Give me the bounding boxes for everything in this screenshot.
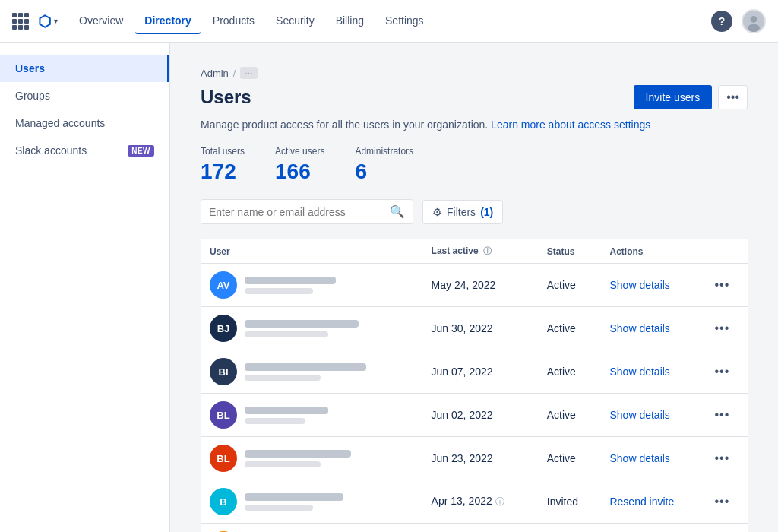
- user-info-3: [245, 407, 328, 424]
- app-grid-icon[interactable]: [12, 13, 29, 30]
- header-actions: Invite users •••: [634, 85, 748, 109]
- breadcrumb-root: Admin: [201, 68, 229, 79]
- user-email-blur-2: [245, 375, 321, 381]
- user-cell-4: BL: [201, 437, 422, 480]
- last-active-info-icon[interactable]: ⓘ: [483, 246, 492, 255]
- nav-links: Overview Directory Products Security Bil…: [70, 8, 711, 34]
- user-info-0: [245, 277, 336, 294]
- learn-more-link[interactable]: Learn more about access settings: [491, 119, 650, 131]
- breadcrumb-separator: /: [233, 68, 236, 79]
- user-email-blur-4: [245, 461, 321, 467]
- help-button[interactable]: ?: [711, 11, 732, 32]
- user-name-blur-2: [245, 363, 366, 371]
- filter-icon: ⚙: [432, 206, 442, 218]
- action-link-5[interactable]: Resend invite: [609, 496, 674, 508]
- last-active-date: Apr 13, 2022: [432, 495, 492, 507]
- main-content: Admin / ··· Users Invite users ••• Manag…: [170, 43, 778, 532]
- more-options-button[interactable]: •••: [718, 85, 748, 109]
- user-info-1: [245, 320, 359, 337]
- sidebar-item-managed-accounts[interactable]: Managed accounts: [0, 109, 169, 137]
- row-more-button-2[interactable]: •••: [714, 365, 729, 378]
- invite-users-button[interactable]: Invite users: [634, 85, 713, 109]
- user-cell-1: BJ: [201, 307, 422, 350]
- action-link-4[interactable]: Show details: [609, 452, 669, 464]
- user-avatar-5: B: [210, 488, 237, 515]
- user-email-blur-5: [245, 505, 313, 511]
- status-cell-3: Active: [538, 394, 601, 437]
- stat-active-users: Active users 166: [275, 146, 324, 184]
- topnav: ⬡ Atlassian ▾ Overview Directory Product…: [0, 0, 778, 43]
- stat-administrators: Administrators 6: [355, 146, 413, 184]
- more-cell-0: •••: [705, 264, 748, 307]
- last-active-date: Jun 23, 2022: [432, 452, 493, 464]
- status-cell-4: Active: [538, 437, 601, 480]
- action-cell-5: Resend invite: [600, 480, 705, 524]
- action-link-0[interactable]: Show details: [609, 279, 669, 291]
- action-link-2[interactable]: Show details: [609, 366, 669, 378]
- stats-section: Total users 172 Active users 166 Adminis…: [201, 146, 748, 184]
- more-cell-4: •••: [705, 437, 748, 480]
- action-cell-3: Show details: [600, 394, 705, 437]
- action-cell-1: Show details: [600, 307, 705, 350]
- nav-billing[interactable]: Billing: [327, 8, 373, 34]
- user-email-blur-3: [245, 418, 305, 424]
- action-link-3[interactable]: Show details: [609, 409, 669, 421]
- table-row: AV May 24, 2022 Active Show details •••: [201, 264, 748, 307]
- nav-settings[interactable]: Settings: [376, 8, 433, 34]
- nav-security[interactable]: Security: [267, 8, 324, 34]
- user-name-blur-1: [245, 320, 359, 328]
- table-row: B Active Show details •••: [201, 524, 748, 533]
- row-more-button-5[interactable]: •••: [714, 495, 729, 508]
- more-cell-3: •••: [705, 394, 748, 437]
- breadcrumb-current: ···: [240, 67, 257, 79]
- filter-button[interactable]: ⚙ Filters (1): [422, 200, 503, 224]
- status-badge-4: Active: [547, 452, 576, 464]
- filter-label: Filters: [447, 206, 476, 218]
- table-row: BJ Jun 30, 2022 Active Show details •••: [201, 307, 748, 350]
- sidebar-item-slack-accounts[interactable]: Slack accounts NEW: [0, 137, 169, 164]
- last-active-cell-4: Jun 23, 2022: [422, 437, 538, 480]
- more-cell-2: •••: [705, 350, 748, 394]
- user-name-blur-5: [245, 493, 343, 501]
- nav-directory[interactable]: Directory: [135, 8, 200, 34]
- new-badge: NEW: [128, 145, 154, 157]
- row-more-button-4[interactable]: •••: [714, 451, 729, 464]
- brand-chevron[interactable]: ▾: [54, 17, 58, 25]
- user-info-4: [245, 450, 351, 467]
- sidebar-item-users[interactable]: Users: [0, 55, 169, 82]
- nav-products[interactable]: Products: [204, 8, 264, 34]
- stat-total-users: Total users 172: [201, 146, 245, 184]
- user-name-blur-3: [245, 407, 328, 414]
- layout: Users Groups Managed accounts Slack acco…: [0, 43, 778, 532]
- filter-count: (1): [480, 206, 493, 218]
- sidebar: Users Groups Managed accounts Slack acco…: [0, 43, 170, 532]
- sidebar-item-groups[interactable]: Groups: [0, 82, 169, 109]
- user-avatar-4: BL: [210, 445, 237, 472]
- last-active-date: Jun 30, 2022: [432, 322, 493, 334]
- more-cell-1: •••: [705, 307, 748, 350]
- search-box: 🔍: [201, 199, 413, 224]
- action-link-1[interactable]: Show details: [609, 322, 669, 334]
- row-more-button-0[interactable]: •••: [714, 278, 729, 291]
- last-active-cell-1: Jun 30, 2022: [422, 307, 538, 350]
- search-input[interactable]: [209, 206, 384, 218]
- user-name-blur-0: [245, 277, 336, 284]
- status-cell-6: Active: [538, 524, 601, 533]
- user-name-blur-4: [245, 450, 351, 458]
- status-badge-5: Invited: [547, 496, 578, 508]
- status-cell-2: Active: [538, 350, 601, 394]
- status-cell-5: Invited: [538, 480, 601, 524]
- col-user: User: [201, 239, 422, 264]
- row-more-button-3[interactable]: •••: [714, 408, 729, 421]
- last-active-date: Jun 07, 2022: [432, 366, 493, 378]
- page-title: Users: [201, 87, 251, 108]
- user-cell-0: AV: [201, 264, 422, 307]
- col-actions: Actions: [600, 239, 705, 264]
- nav-overview[interactable]: Overview: [70, 8, 132, 34]
- date-info-icon: ⓘ: [495, 496, 504, 507]
- user-cell-5: B: [201, 480, 422, 524]
- row-more-button-1[interactable]: •••: [714, 321, 729, 334]
- user-avatar[interactable]: [742, 9, 766, 33]
- user-email-blur-0: [245, 288, 313, 294]
- action-cell-6: Show details: [600, 524, 705, 533]
